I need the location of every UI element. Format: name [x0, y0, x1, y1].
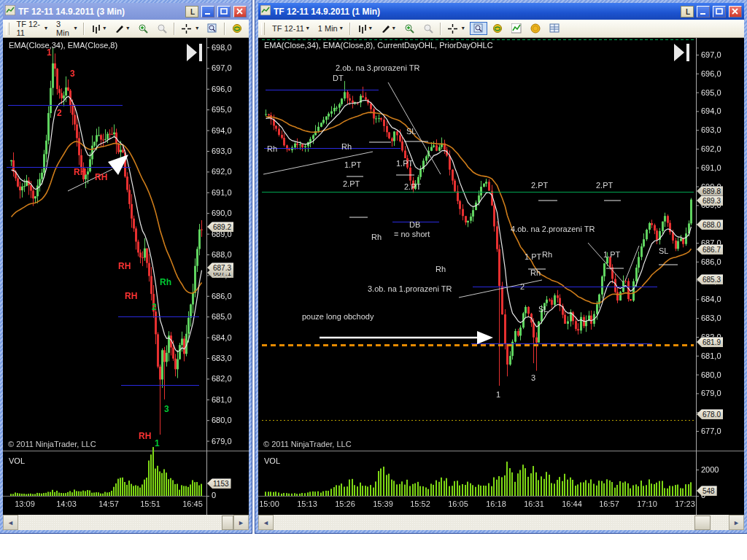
drawing-tools-button[interactable]: ▾	[111, 23, 133, 35]
chart-annotation: SL	[406, 127, 416, 136]
price-tick-label: 694,0	[701, 106, 721, 115]
maximize-button[interactable]	[713, 6, 726, 18]
global-link-button[interactable]	[228, 22, 246, 35]
interval-selector[interactable]: 3 Min▾	[53, 18, 80, 39]
chart-annotation: Rh	[436, 265, 446, 273]
drawing-tools-button[interactable]: ▾	[377, 23, 399, 35]
chart-annotation: RH	[74, 168, 86, 177]
chart-area: EMA(Close,34), EMA(Close,8)© 2011 NinjaT…	[3, 38, 249, 515]
account-button[interactable]	[527, 22, 544, 35]
chart-annotation: 2.PT	[596, 181, 613, 190]
zoom-out-button[interactable]	[153, 22, 171, 35]
close-button[interactable]	[729, 6, 742, 18]
scrollbar-thumb[interactable]	[694, 516, 711, 530]
chevron-down-icon: ▾	[462, 26, 465, 31]
time-tick-label: 17:23	[675, 499, 695, 508]
price-tick-label: 697,0	[701, 50, 721, 59]
chart-area: EMA(Close,34), EMA(Close,8), CurrentDayO…	[258, 38, 744, 515]
crosshair-button[interactable]: ▾	[178, 23, 202, 35]
chart-annotation: DB	[409, 220, 420, 229]
price-tick-label: 692,0	[701, 144, 721, 153]
toolbar-grip[interactable]	[261, 23, 265, 35]
chart-app-icon	[260, 5, 271, 18]
zoom-out-icon	[157, 23, 167, 34]
minimize-button[interactable]	[697, 6, 710, 18]
chevron-down-icon: ▾	[126, 26, 129, 31]
maximize-button[interactable]	[217, 6, 231, 18]
chevron-down-icon: ▾	[44, 26, 47, 31]
link-button[interactable]: L	[681, 6, 694, 18]
price-marker-badge: 685.3	[697, 274, 723, 284]
data-box-button[interactable]	[470, 22, 487, 35]
chart-annotation: 1	[47, 48, 52, 58]
price-tick-label: 683,0	[212, 354, 232, 362]
instrument-selector[interactable]: TF 12-11▾	[268, 23, 313, 34]
grid-view-button[interactable]	[546, 22, 563, 35]
scrollbar-thumb[interactable]	[222, 516, 233, 530]
volume-marker-badge: 1153	[207, 478, 231, 489]
link-button[interactable]: L	[185, 6, 198, 18]
data-box-icon	[207, 23, 217, 34]
time-tick-label: 14:57	[98, 499, 119, 508]
copyright-label: © 2011 NinjaTrader, LLC	[263, 440, 352, 448]
chart-annotation: RH	[95, 173, 107, 182]
time-tick-label: 15:13	[297, 499, 317, 508]
scroll-left-button[interactable]: ◄	[3, 515, 18, 530]
crosshair-button[interactable]: ▾	[444, 23, 468, 35]
scroll-right-button[interactable]: ►	[233, 515, 249, 530]
link-icon	[492, 23, 503, 34]
price-tick-label: 686,0	[212, 292, 232, 300]
volume-zero-label: 0	[212, 491, 216, 499]
time-tick-label: 15:00	[259, 499, 279, 508]
time-tick-label: 16:18	[486, 499, 506, 508]
scroll-left-button[interactable]: ◄	[258, 515, 274, 530]
price-marker-badge: 687.3	[207, 262, 233, 273]
chart-annotation: SL	[659, 246, 668, 255]
chevron-down-icon: ▾	[369, 26, 372, 31]
chart-annotation: 2.PT	[531, 181, 548, 190]
copyright-label: © 2011 NinjaTrader, LLC	[8, 440, 96, 448]
price-tick-label: 681,0	[212, 395, 232, 404]
data-box-button[interactable]	[204, 22, 221, 35]
price-tick-label: 681,0	[701, 351, 721, 360]
titlebar[interactable]: TF 12-11 14.9.2011 (1 Min) L	[258, 3, 744, 20]
price-tick-label: 679,0	[212, 437, 232, 446]
toolbar-grip[interactable]	[6, 23, 9, 35]
global-link-button[interactable]	[489, 22, 506, 35]
price-tick-label: 677,0	[701, 427, 721, 435]
price-tick-label: 693,0	[701, 125, 721, 134]
scroll-right-button[interactable]: ►	[729, 515, 744, 530]
chart-annotation: 3	[164, 405, 169, 414]
instrument-selector[interactable]: TF 12-11▾	[13, 18, 52, 39]
horizontal-scrollbar[interactable]: ◄ ►	[258, 515, 744, 530]
time-tick-label: 13:09	[15, 499, 35, 508]
chart-style-button[interactable]: ▾	[88, 23, 109, 35]
chart-annotation: DT	[333, 74, 344, 82]
zoom-in-button[interactable]	[400, 22, 418, 35]
chart-annotation: Rh	[371, 233, 382, 241]
price-tick-label: 697,0	[212, 63, 232, 72]
price-tick-label: 694,0	[212, 126, 232, 135]
chart-annotation: 1	[155, 439, 160, 448]
close-button[interactable]	[233, 6, 247, 18]
minimize-button[interactable]	[201, 6, 214, 18]
time-tick-label: 17:10	[637, 499, 657, 508]
volume-panel-label: VOL	[9, 456, 25, 465]
zoom-in-icon	[404, 23, 414, 34]
chevron-down-icon: ▾	[196, 26, 198, 31]
chart-window-1min: TF 12-11 14.9.2011 (1 Min) L TF 12-11▾ 1…	[255, 0, 747, 533]
titlebar[interactable]: TF 12-11 14.9.2011 (3 Min) L	[3, 3, 249, 20]
interval-selector[interactable]: 1 Min▾	[314, 23, 347, 34]
volume-marker-badge: 548	[697, 486, 717, 496]
time-tick-label: 15:26	[335, 499, 355, 508]
chevron-down-icon: ▾	[392, 26, 395, 31]
time-tick-label: 16:31	[524, 499, 544, 508]
chevron-down-icon: ▾	[340, 26, 343, 31]
zoom-out-button[interactable]	[419, 22, 437, 35]
chart-style-button[interactable]: ▾	[354, 23, 376, 35]
horizontal-scrollbar[interactable]: ◄ ►	[3, 515, 249, 530]
chart-annotation: pouze long obchody	[302, 312, 374, 321]
chart-trader-button[interactable]	[508, 22, 525, 35]
zoom-in-button[interactable]	[134, 22, 152, 35]
chart-window-3min: TF 12-11 14.9.2011 (3 Min) L TF 12-11▾ 3…	[0, 0, 252, 533]
